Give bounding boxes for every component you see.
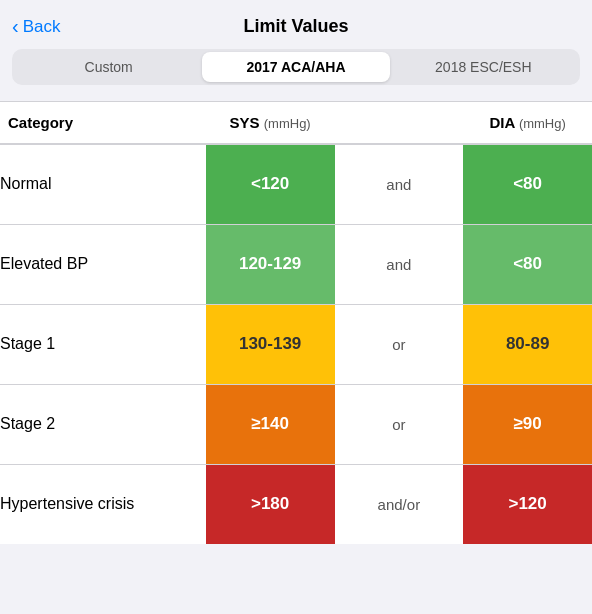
category-elevated: Elevated BP [0,224,206,304]
table-row: Stage 1 130-139 or 80-89 [0,304,592,384]
sys-value-crisis: >180 [206,464,335,544]
category-crisis: Hypertensive crisis [0,464,206,544]
table-row: Hypertensive crisis >180 and/or >120 [0,464,592,544]
dia-header: DIA (mmHg) [463,102,592,144]
tab-aca-aha[interactable]: 2017 ACA/AHA [202,52,389,82]
category-stage2: Stage 2 [0,384,206,464]
back-chevron-icon: ‹ [12,15,19,38]
connector-normal: and [335,144,464,224]
sys-value-stage2: ≥140 [206,384,335,464]
connector-elevated: and [335,224,464,304]
limit-values-table-container: Category SYS (mmHg) DIA (mmHg) Normal <1… [0,101,592,544]
tab-esc-esh[interactable]: 2018 ESC/ESH [390,52,577,82]
connector-stage1: or [335,304,464,384]
tab-custom[interactable]: Custom [15,52,202,82]
table-header-row: Category SYS (mmHg) DIA (mmHg) [0,102,592,144]
dia-value-stage2: ≥90 [463,384,592,464]
sys-value-elevated: 120-129 [206,224,335,304]
connector-crisis: and/or [335,464,464,544]
limit-values-table: Category SYS (mmHg) DIA (mmHg) Normal <1… [0,102,592,544]
back-label: Back [23,17,61,37]
table-row: Elevated BP 120-129 and <80 [0,224,592,304]
dia-value-crisis: >120 [463,464,592,544]
back-button[interactable]: ‹ Back [12,15,60,38]
page-title: Limit Values [243,16,348,37]
connector-stage2: or [335,384,464,464]
category-normal: Normal [0,144,206,224]
category-header: Category [0,102,206,144]
tab-bar: Custom 2017 ACA/AHA 2018 ESC/ESH [12,49,580,85]
dia-value-elevated: <80 [463,224,592,304]
category-stage1: Stage 1 [0,304,206,384]
table-row: Stage 2 ≥140 or ≥90 [0,384,592,464]
dia-value-stage1: 80-89 [463,304,592,384]
header: ‹ Back Limit Values [0,0,592,49]
sys-value-stage1: 130-139 [206,304,335,384]
sys-value-normal: <120 [206,144,335,224]
connector-header [335,102,464,144]
table-row: Normal <120 and <80 [0,144,592,224]
dia-value-normal: <80 [463,144,592,224]
sys-header: SYS (mmHg) [206,102,335,144]
